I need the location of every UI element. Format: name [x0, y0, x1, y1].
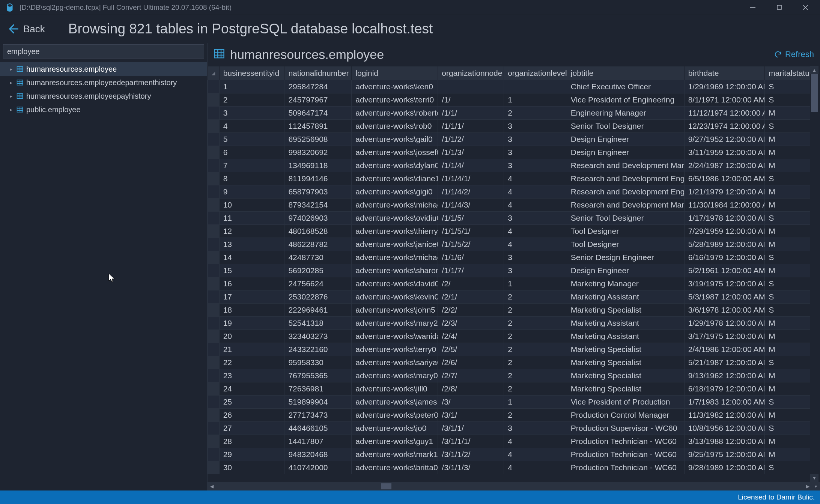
- cell[interactable]: 7/29/1959 12:00:00 AM: [684, 225, 765, 238]
- back-button[interactable]: Back: [6, 23, 45, 35]
- cell[interactable]: 6/5/1986 12:00:00 AM: [684, 172, 765, 185]
- sidebar-item[interactable]: ▸public.employee: [0, 103, 207, 116]
- cell[interactable]: Marketing Manager: [567, 277, 684, 290]
- cell[interactable]: 3/17/1975 12:00:00 AM: [684, 330, 765, 343]
- cell[interactable]: adventure-works\ovidiu0: [352, 212, 438, 225]
- cell[interactable]: adventure-works\peter0: [352, 409, 438, 422]
- row-selector[interactable]: [208, 93, 220, 107]
- cell[interactable]: S: [765, 212, 810, 225]
- cell[interactable]: 245797967: [284, 93, 352, 107]
- cell[interactable]: Production Technician - WC60: [567, 448, 684, 461]
- cell[interactable]: /3/1/1/: [438, 422, 504, 435]
- cell[interactable]: /3/1/1/3/: [438, 461, 504, 474]
- table-row[interactable]: 30410742000adventure-works\britta0/3/1/1…: [208, 461, 810, 474]
- cell[interactable]: adventure-works\james1: [352, 396, 438, 409]
- cell[interactable]: 11: [219, 212, 284, 225]
- cell[interactable]: /1/1/3/: [438, 146, 504, 159]
- cell[interactable]: adventure-works\terri0: [352, 93, 438, 107]
- column-header[interactable]: birthdate: [684, 66, 765, 80]
- cell[interactable]: 19: [219, 317, 284, 330]
- cell[interactable]: 9: [219, 185, 284, 199]
- cell[interactable]: 1: [504, 277, 567, 290]
- cell[interactable]: Research and Development Engineer: [567, 172, 684, 185]
- cell[interactable]: 3: [219, 107, 284, 120]
- table-row[interactable]: 11974026903adventure-works\ovidiu0/1/1/5…: [208, 212, 810, 225]
- cell[interactable]: [504, 80, 567, 93]
- cell[interactable]: 2: [504, 382, 567, 396]
- cell[interactable]: /1/1/4/: [438, 159, 504, 172]
- cell[interactable]: M: [765, 133, 810, 146]
- table-row[interactable]: 8811994146adventure-works\diane1/1/1/4/1…: [208, 172, 810, 185]
- cell[interactable]: /1/1/7/: [438, 264, 504, 277]
- row-selector[interactable]: [208, 396, 220, 409]
- table-row[interactable]: 12480168528adventure-works\thierry0/1/1/…: [208, 225, 810, 238]
- cell[interactable]: adventure-works\britta0: [352, 461, 438, 474]
- table-row[interactable]: 1952541318adventure-works\mary2/2/3/2Mar…: [208, 317, 810, 330]
- cell[interactable]: /3/1/1/2/: [438, 448, 504, 461]
- row-selector[interactable]: [208, 238, 220, 251]
- cell[interactable]: M: [765, 238, 810, 251]
- cell[interactable]: /3/: [438, 396, 504, 409]
- row-selector[interactable]: [208, 225, 220, 238]
- cell[interactable]: 2: [504, 304, 567, 317]
- cell[interactable]: Marketing Assistant: [567, 290, 684, 304]
- table-row[interactable]: 1556920285adventure-works\sharon0/1/1/7/…: [208, 264, 810, 277]
- sidebar-item[interactable]: ▸humanresources.employeedepartmenthistor…: [0, 76, 207, 89]
- cell[interactable]: 2: [504, 330, 567, 343]
- search-input[interactable]: [3, 44, 204, 59]
- table-row[interactable]: 3509647174adventure-works\roberto0/1/1/2…: [208, 107, 810, 120]
- cell[interactable]: 14: [219, 251, 284, 264]
- row-selector[interactable]: [208, 199, 220, 212]
- scroll-menu-icon[interactable]: ▾: [812, 482, 820, 490]
- cell[interactable]: 4: [504, 172, 567, 185]
- cell[interactable]: Design Engineer: [567, 146, 684, 159]
- cell[interactable]: 3: [504, 146, 567, 159]
- cell[interactable]: M: [765, 409, 810, 422]
- table-row[interactable]: 1442487730adventure-works\michael8/1/1/6…: [208, 251, 810, 264]
- cell[interactable]: adventure-works\michael8: [352, 251, 438, 264]
- cell[interactable]: M: [765, 382, 810, 396]
- row-selector[interactable]: [208, 264, 220, 277]
- cell[interactable]: Engineering Manager: [567, 107, 684, 120]
- cell[interactable]: 2: [219, 93, 284, 107]
- cell[interactable]: 95958330: [284, 356, 352, 369]
- cell[interactable]: 28: [219, 435, 284, 448]
- cell[interactable]: /1/1/4/1/: [438, 172, 504, 185]
- cell[interactable]: 2/4/1986 12:00:00 AM: [684, 343, 765, 356]
- cell[interactable]: 13: [219, 238, 284, 251]
- cell[interactable]: 3/13/1988 12:00:00 AM: [684, 435, 765, 448]
- cell[interactable]: Marketing Assistant: [567, 330, 684, 343]
- cell[interactable]: 658797903: [284, 185, 352, 199]
- cell[interactable]: M: [765, 369, 810, 382]
- cell[interactable]: 29: [219, 448, 284, 461]
- cell[interactable]: 4: [504, 199, 567, 212]
- cell[interactable]: /1/1/4/3/: [438, 199, 504, 212]
- cell[interactable]: M: [765, 435, 810, 448]
- cell[interactable]: M: [765, 146, 810, 159]
- cell[interactable]: 15: [219, 264, 284, 277]
- table-row[interactable]: 2295958330adventure-works\sariya0/2/6/2M…: [208, 356, 810, 369]
- table-row[interactable]: 13486228782adventure-works\janice0/1/1/5…: [208, 238, 810, 251]
- row-selector[interactable]: [208, 304, 220, 317]
- cell[interactable]: Marketing Specialist: [567, 356, 684, 369]
- cell[interactable]: S: [765, 277, 810, 290]
- cell[interactable]: 222969461: [284, 304, 352, 317]
- table-row[interactable]: 26277173473adventure-works\peter0/3/1/2P…: [208, 409, 810, 422]
- cell[interactable]: Marketing Specialist: [567, 369, 684, 382]
- cell[interactable]: /1/1/5/2/: [438, 238, 504, 251]
- cell[interactable]: 8: [219, 172, 284, 185]
- cell[interactable]: Production Technician - WC60: [567, 461, 684, 474]
- cell[interactable]: 1: [504, 93, 567, 107]
- cell[interactable]: M: [765, 343, 810, 356]
- row-selector[interactable]: [208, 409, 220, 422]
- cell[interactable]: adventure-works\gail0: [352, 133, 438, 146]
- cell[interactable]: 1: [504, 396, 567, 409]
- cell[interactable]: 410742000: [284, 461, 352, 474]
- cell[interactable]: /3/1/1/1/: [438, 435, 504, 448]
- cell[interactable]: S: [765, 422, 810, 435]
- cell[interactable]: 4: [504, 448, 567, 461]
- cell[interactable]: 12: [219, 225, 284, 238]
- cell[interactable]: Production Technician - WC60: [567, 435, 684, 448]
- cell[interactable]: adventure-works\thierry0: [352, 225, 438, 238]
- cell[interactable]: /2/: [438, 277, 504, 290]
